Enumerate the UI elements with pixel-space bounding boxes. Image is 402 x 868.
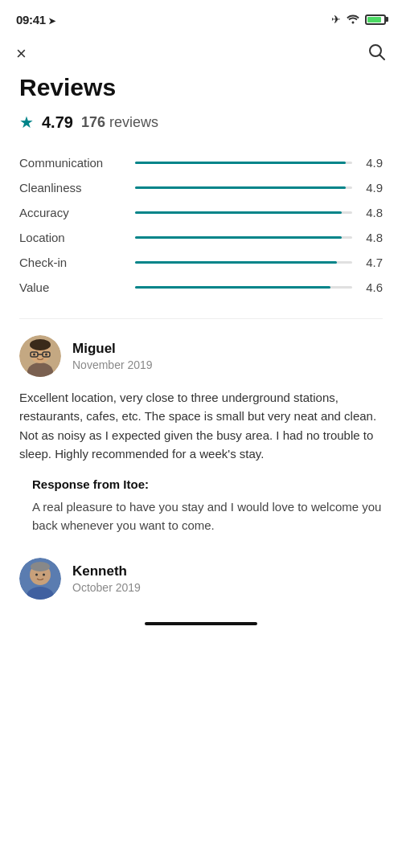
divider	[19, 318, 383, 319]
close-button[interactable]: ×	[16, 43, 27, 64]
bar-fill	[135, 186, 346, 189]
svg-point-9	[33, 354, 35, 356]
bar-fill	[135, 286, 330, 289]
bar-value: 4.8	[363, 231, 383, 244]
review-card: Miguel November 2019 Excellent location,…	[19, 335, 383, 535]
star-icon: ★	[19, 113, 34, 132]
bar-fill	[135, 162, 346, 164]
bar-value: 4.8	[363, 206, 383, 219]
bar-fill	[135, 211, 342, 214]
reviewer-header: Miguel November 2019	[19, 335, 383, 377]
review-card: Kenneth October 2019	[19, 558, 383, 600]
rating-label: Check-in	[19, 256, 124, 269]
nav-bar: ×	[0, 35, 402, 74]
rating-row: Communication 4.9	[19, 156, 383, 170]
bar-container	[135, 211, 352, 214]
status-bar: 09:41 ➤ ✈	[0, 0, 402, 35]
svg-point-15	[35, 573, 38, 575]
bar-container	[135, 261, 352, 264]
rating-label: Cleanliness	[19, 181, 124, 194]
main-content: Reviews ★ 4.79 176 reviews Communication…	[0, 74, 402, 600]
page-title: Reviews	[19, 74, 383, 101]
avatar	[19, 335, 61, 377]
reviewer-info: Kenneth October 2019	[72, 563, 141, 594]
rating-bars: Communication 4.9 Cleanliness 4.9 Accura…	[19, 156, 383, 294]
home-indicator	[145, 622, 257, 625]
reviewer-name: Miguel	[72, 341, 153, 357]
bar-fill	[135, 236, 342, 239]
bar-fill	[135, 261, 337, 264]
bar-container	[135, 286, 352, 289]
rating-label: Value	[19, 280, 124, 294]
overall-rating: 4.79	[42, 113, 73, 132]
svg-point-10	[45, 354, 47, 356]
reviewer-header: Kenneth October 2019	[19, 558, 383, 600]
reviews-count: 176 reviews	[81, 114, 158, 131]
search-button[interactable]	[367, 42, 386, 66]
bar-container	[135, 162, 352, 164]
rating-label: Accuracy	[19, 206, 124, 219]
response-title: Response from Itoe:	[32, 477, 383, 491]
battery-icon	[365, 14, 386, 25]
rating-label: Communication	[19, 156, 124, 170]
reviewer-info: Miguel November 2019	[72, 341, 153, 371]
bar-container	[135, 236, 352, 239]
bar-container	[135, 186, 352, 189]
bar-value: 4.9	[363, 156, 383, 170]
rating-row: Check-in 4.7	[19, 256, 383, 269]
response-block: Response from Itoe: A real pleasure to h…	[19, 477, 383, 535]
avatar	[19, 558, 61, 600]
airplane-icon: ✈	[331, 13, 341, 26]
bar-value: 4.6	[363, 280, 383, 294]
reviewer-date: October 2019	[72, 581, 141, 594]
rating-row: Cleanliness 4.9	[19, 181, 383, 194]
rating-summary: ★ 4.79 176 reviews	[19, 113, 383, 132]
wifi-icon	[346, 13, 360, 27]
response-text: A real pleasure to have you stay and I w…	[32, 497, 383, 535]
bar-value: 4.7	[363, 256, 383, 269]
status-time: 09:41 ➤	[16, 13, 55, 27]
bar-value: 4.9	[363, 181, 383, 194]
svg-point-14	[31, 562, 50, 571]
rating-row: Value 4.6	[19, 280, 383, 294]
rating-row: Accuracy 4.8	[19, 206, 383, 219]
reviewer-date: November 2019	[72, 358, 153, 371]
status-icons: ✈	[331, 13, 386, 27]
rating-row: Location 4.8	[19, 231, 383, 244]
svg-point-5	[30, 339, 51, 350]
svg-point-16	[43, 573, 45, 575]
rating-label: Location	[19, 231, 124, 244]
review-text: Excellent location, very close to three …	[19, 388, 383, 463]
svg-line-1	[380, 55, 385, 60]
reviews-container: Miguel November 2019 Excellent location,…	[19, 335, 383, 600]
reviewer-name: Kenneth	[72, 563, 141, 579]
